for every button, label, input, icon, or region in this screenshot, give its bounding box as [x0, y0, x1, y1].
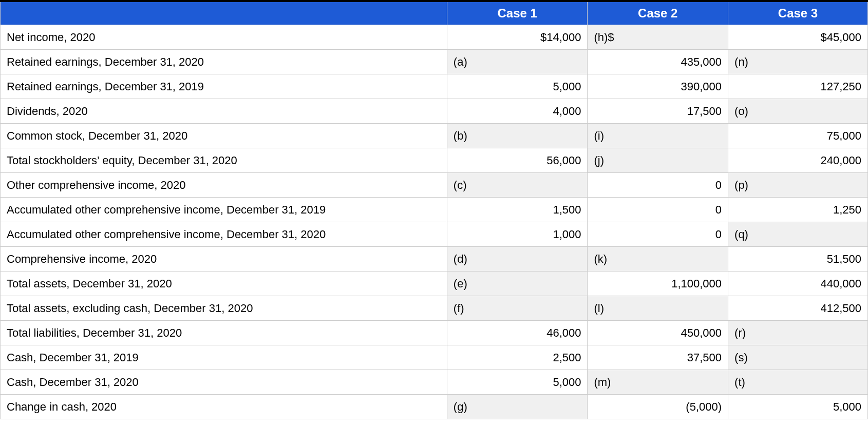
unknown-cell: (c)	[447, 173, 588, 198]
header-blank	[1, 1, 447, 25]
unknown-cell: (i)	[588, 124, 728, 148]
table-row: Common stock, December 31, 2020(b)(i)75,…	[1, 124, 868, 148]
unknown-cell: (t)	[728, 370, 868, 395]
unknown-cell: (b)	[447, 124, 588, 148]
row-label: Total assets, excluding cash, December 3…	[1, 296, 447, 321]
row-label: Retained earnings, December 31, 2020	[1, 50, 447, 74]
value-cell: 1,100,000	[588, 271, 728, 296]
unknown-cell: (o)	[728, 99, 868, 124]
row-label: Cash, December 31, 2020	[1, 370, 447, 395]
value-cell: 51,500	[728, 247, 868, 271]
unknown-cell: (g)	[447, 395, 588, 419]
table-row: Accumulated other comprehensive income, …	[1, 222, 868, 247]
value-cell: 5,000	[447, 74, 588, 99]
table-row: Total stockholders’ equity, December 31,…	[1, 148, 868, 173]
table-row: Retained earnings, December 31, 20195,00…	[1, 74, 868, 99]
row-label: Common stock, December 31, 2020	[1, 124, 447, 148]
unknown-cell: (j)	[588, 148, 728, 173]
unknown-cell: (a)	[447, 50, 588, 74]
value-cell: 75,000	[728, 124, 868, 148]
table-header-row: Case 1 Case 2 Case 3	[1, 1, 868, 25]
table-row: Total liabilities, December 31, 202046,0…	[1, 321, 868, 345]
value-cell: 440,000	[728, 271, 868, 296]
header-case3: Case 3	[728, 1, 868, 25]
row-label: Retained earnings, December 31, 2019	[1, 74, 447, 99]
header-case2: Case 2	[588, 1, 728, 25]
value-cell: 412,500	[728, 296, 868, 321]
value-cell: 17,500	[588, 99, 728, 124]
unknown-cell: (m)	[588, 370, 728, 395]
row-label: Total stockholders’ equity, December 31,…	[1, 148, 447, 173]
unknown-cell: (f)	[447, 296, 588, 321]
value-cell: 127,250	[728, 74, 868, 99]
financial-table: Case 1 Case 2 Case 3 Net income, 2020$14…	[0, 0, 868, 419]
table-row: Net income, 2020$14,000(h)$$45,000	[1, 25, 868, 50]
row-label: Change in cash, 2020	[1, 395, 447, 419]
table-row: Comprehensive income, 2020(d)(k)51,500	[1, 247, 868, 271]
row-label: Total assets, December 31, 2020	[1, 271, 447, 296]
value-cell: 4,000	[447, 99, 588, 124]
unknown-cell: (d)	[447, 247, 588, 271]
value-cell: 1,000	[447, 222, 588, 247]
value-cell: 2,500	[447, 345, 588, 370]
value-cell: 450,000	[588, 321, 728, 345]
row-label: Other comprehensive income, 2020	[1, 173, 447, 198]
row-label: Accumulated other comprehensive income, …	[1, 198, 447, 222]
value-cell: 0	[588, 173, 728, 198]
unknown-cell: (e)	[447, 271, 588, 296]
value-cell: 240,000	[728, 148, 868, 173]
table-row: Other comprehensive income, 2020(c)0(p)	[1, 173, 868, 198]
value-cell: 1,500	[447, 198, 588, 222]
unknown-cell: (l)	[588, 296, 728, 321]
unknown-cell: (n)	[728, 50, 868, 74]
value-cell: 435,000	[588, 50, 728, 74]
unknown-cell: (r)	[728, 321, 868, 345]
value-cell: 56,000	[447, 148, 588, 173]
table-row: Cash, December 31, 20192,50037,500(s)	[1, 345, 868, 370]
unknown-cell: (s)	[728, 345, 868, 370]
table-row: Total assets, excluding cash, December 3…	[1, 296, 868, 321]
value-cell: 390,000	[588, 74, 728, 99]
value-cell: 37,500	[588, 345, 728, 370]
value-cell: 46,000	[447, 321, 588, 345]
row-label: Dividends, 2020	[1, 99, 447, 124]
unknown-cell: (k)	[588, 247, 728, 271]
table-row: Total assets, December 31, 2020(e)1,100,…	[1, 271, 868, 296]
value-cell: 1,250	[728, 198, 868, 222]
value-cell: 5,000	[447, 370, 588, 395]
table-row: Dividends, 20204,00017,500(o)	[1, 99, 868, 124]
table-row: Change in cash, 2020(g)(5,000)5,000	[1, 395, 868, 419]
value-cell: 0	[588, 198, 728, 222]
unknown-cell: (h)$	[588, 25, 728, 50]
row-label: Comprehensive income, 2020	[1, 247, 447, 271]
table-row: Cash, December 31, 20205,000(m)(t)	[1, 370, 868, 395]
value-cell: 5,000	[728, 395, 868, 419]
unknown-cell: (p)	[728, 173, 868, 198]
value-cell: 0	[588, 222, 728, 247]
row-label: Total liabilities, December 31, 2020	[1, 321, 447, 345]
table-row: Accumulated other comprehensive income, …	[1, 198, 868, 222]
row-label: Cash, December 31, 2019	[1, 345, 447, 370]
header-case1: Case 1	[447, 1, 588, 25]
row-label: Accumulated other comprehensive income, …	[1, 222, 447, 247]
table-row: Retained earnings, December 31, 2020(a)4…	[1, 50, 868, 74]
value-cell: (5,000)	[588, 395, 728, 419]
row-label: Net income, 2020	[1, 25, 447, 50]
value-cell: $45,000	[728, 25, 868, 50]
value-cell: $14,000	[447, 25, 588, 50]
unknown-cell: (q)	[728, 222, 868, 247]
